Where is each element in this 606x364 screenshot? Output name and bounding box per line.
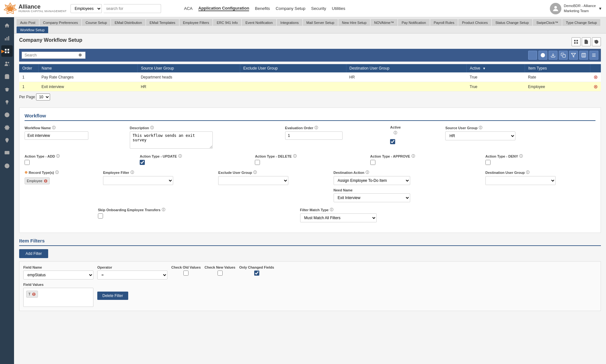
columns-btn[interactable] [579,51,588,60]
top-nav: Alliance HUMAN CAPITAL MANAGEMENT Employ… [0,0,606,17]
sidebar-item-learning[interactable] [1,84,13,95]
export-btn[interactable] [549,51,558,60]
item-filters-title: Item Filters [19,238,601,246]
tab-product-choices[interactable]: Product Choices [458,19,491,26]
action-deny-checkbox[interactable] [485,160,491,165]
tab-novatime[interactable]: NOVAtime™ [371,19,397,26]
table-row[interactable]: 1 Exit interview HR True Employee ⊗ [19,82,601,92]
sidebar-item-people[interactable] [1,58,13,70]
col-active[interactable]: Active ▼ [467,64,525,72]
tab-erc-941[interactable]: ERC 941 Info [213,19,241,26]
dest-action-select[interactable]: Assign Employee To-Do Item Send Email [334,176,410,185]
action-add-checkbox[interactable] [25,160,30,165]
add-filter-btn[interactable]: Add Filter [19,249,48,258]
tab-event-notification[interactable]: Event Notification [242,19,276,26]
tab-swipeclock[interactable]: SwipeClock™ [533,19,562,26]
tab-payroll-rules[interactable]: Payroll Rules [430,19,458,26]
action-deny-label: Action Type - DENY ⓘ [485,154,595,159]
only-changed-fields-checkbox[interactable] [254,271,259,276]
svg-rect-21 [574,40,576,41]
settings2-btn[interactable] [589,51,598,60]
tab-email-distribution[interactable]: EMail Distribution [111,19,145,26]
sidebar-item-dashboard[interactable] [1,33,13,44]
field-name-select[interactable]: empStatus empType department [23,271,93,279]
clock-icon [4,163,10,169]
check-new-values-checkbox[interactable] [218,271,223,276]
tab-integrations[interactable]: Integrations [277,19,302,26]
nav-aca[interactable]: ACA [184,6,193,11]
tab-mail-server[interactable]: Mail Server Setup [303,19,338,26]
nav-benefits[interactable]: Benefits [255,6,270,11]
tab-workflow-setup[interactable]: Workflow Setup [17,26,48,33]
history-icon [594,39,599,44]
info-icon-eug: ⓘ [253,170,257,175]
sidebar-item-help[interactable] [1,109,13,121]
description-textarea[interactable]: This workflow sends an exit survey [130,131,213,149]
source-ug-select[interactable]: HR Department heads All [445,131,515,140]
header-search-input[interactable] [104,4,161,13]
table-row[interactable]: 1 Pay Rate Changes Department heads HR T… [19,72,601,82]
sidebar-arrow: ▶ [1,48,5,54]
tab-new-hire[interactable]: New Hire Setup [338,19,370,26]
nav-app-config[interactable]: Application Configuration [198,6,249,11]
clock-btn[interactable] [538,51,547,60]
nav-company-setup[interactable]: Company Setup [276,6,305,11]
action-delete-checkbox[interactable] [255,160,260,165]
copy-btn[interactable] [559,51,568,60]
sidebar-item-grid[interactable]: ▶ [1,45,13,57]
sidebar-item-clock[interactable] [1,160,13,172]
need-name-select[interactable]: Exit Interview Onboarding [334,193,410,202]
tab-auto-post[interactable]: Auto Post [17,19,39,26]
operator-select[interactable]: = != > < [97,271,167,279]
toolbar-history-btn[interactable] [592,37,601,46]
delete-filter-btn[interactable]: Delete Filter [97,292,128,300]
sidebar-item-bulb[interactable] [1,96,13,108]
toolbar-grid-btn[interactable] [572,37,580,46]
remove-field-value-btn[interactable]: ⊖ [32,292,36,297]
filter-btn[interactable] [569,51,578,60]
active-checkbox[interactable] [390,139,395,144]
add-btn[interactable] [528,51,537,60]
remove-employee-tag-btn[interactable]: ⊖ [44,178,48,183]
record-types-edit-icon[interactable]: ⊕ [25,170,27,175]
eval-order-input[interactable] [285,131,343,140]
cell-delete[interactable]: ⊗ [590,72,601,82]
dest-action-field: Destination Action ⓘ Assign Employee To-… [334,170,480,202]
filter-match-label: Filter Match Type ⓘ [300,207,595,212]
skip-onboarding-checkbox[interactable] [98,213,103,219]
check-old-values-checkbox[interactable] [183,271,188,276]
toolbar-doc-btn[interactable] [582,37,591,46]
action-approve-checkbox[interactable] [370,160,375,165]
dest-ug-select[interactable]: HR [485,176,556,185]
per-page-select[interactable]: 10 25 50 [36,93,50,100]
exclude-ug-select[interactable]: HR [218,176,288,185]
cell-delete[interactable]: ⊗ [590,82,601,92]
nav-utilities[interactable]: Utilities [332,6,345,11]
search-input[interactable] [25,53,76,57]
svg-rect-28 [563,55,565,57]
filter-match-select[interactable]: Must Match All Filters Match Any Filter [300,213,377,222]
delete-row-btn[interactable]: ⊗ [594,74,598,80]
nav-security[interactable]: Security [311,6,326,11]
sidebar-item-pin[interactable] [1,135,13,146]
workflow-name-input[interactable] [25,131,88,140]
sidebar-item-home[interactable] [1,20,13,31]
tab-type-change[interactable]: Type Change Setup [562,19,600,26]
employee-filter-select[interactable]: Filter 1 [103,176,173,185]
tab-employee-filters[interactable]: Employee Filters [180,19,213,26]
tab-company-preferences[interactable]: Company Preferences [40,19,81,26]
sidebar-item-settings[interactable] [1,122,13,133]
sidebar-item-monitor[interactable] [1,147,13,159]
tab-email-templates[interactable]: EMail Templates [146,19,179,26]
per-page-label: Per Page [19,95,35,99]
tab-course-setup[interactable]: Course Setup [82,19,110,26]
cell-item-types: Employee [525,82,590,92]
tab-status-change[interactable]: Status Change Setup [492,19,532,26]
search-category-select[interactable]: Employees [70,4,102,13]
tab-pay-notification[interactable]: Pay Notification [398,19,429,26]
action-update-checkbox[interactable] [140,160,145,165]
need-name-label: Need Name [334,188,480,192]
delete-row-btn[interactable]: ⊗ [594,84,598,89]
sidebar-item-cart[interactable] [1,71,13,82]
user-dropdown-icon[interactable]: ▼ [598,6,602,11]
